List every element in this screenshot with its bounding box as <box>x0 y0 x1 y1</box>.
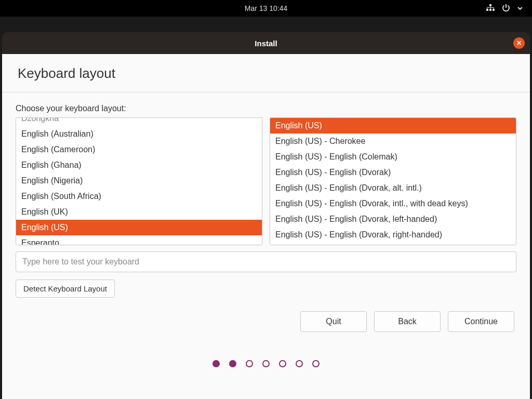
continue-button[interactable]: Continue <box>448 311 514 332</box>
window-title: Install <box>255 39 277 48</box>
list-item[interactable]: English (US) - English (Dvorak, right-ha… <box>270 227 516 243</box>
list-item[interactable]: Dzongkha <box>16 117 262 126</box>
layout-country-list[interactable]: DzongkhaEnglish (Australian)English (Cam… <box>16 117 262 245</box>
progress-dot <box>296 360 303 367</box>
svg-rect-6 <box>487 7 488 9</box>
svg-rect-8 <box>494 7 494 9</box>
close-icon: ✕ <box>516 39 522 47</box>
installer-content: Keyboard layout Choose your keyboard lay… <box>2 54 530 399</box>
network-icon[interactable] <box>486 4 495 14</box>
svg-rect-2 <box>489 9 491 11</box>
progress-dot <box>262 360 270 367</box>
quit-button[interactable]: Quit <box>300 311 367 332</box>
layout-lists: DzongkhaEnglish (Australian)English (Cam… <box>16 117 516 245</box>
list-item[interactable]: English (US) - Cherokee <box>270 134 516 149</box>
clock: Mar 13 10:44 <box>245 4 288 12</box>
power-icon[interactable] <box>502 4 510 14</box>
window-close-button[interactable]: ✕ <box>513 37 525 49</box>
system-status-icons[interactable] <box>486 4 523 14</box>
progress-dots <box>16 360 516 367</box>
list-item[interactable]: English (US) - English (Dvorak, alt. int… <box>270 180 516 196</box>
list-item[interactable]: English (US) - English (Dvorak) <box>270 165 516 180</box>
keyboard-test-input[interactable] <box>16 251 516 272</box>
progress-dot <box>279 360 286 367</box>
list-item[interactable]: English (US) - English (Dvorak, intl., w… <box>270 196 516 211</box>
nav-buttons: Quit Back Continue <box>16 311 516 332</box>
layout-variant-list[interactable]: English (US)English (US) - CherokeeEngli… <box>270 117 516 245</box>
desktop-gap <box>0 17 532 32</box>
back-button[interactable]: Back <box>374 311 441 332</box>
svg-rect-1 <box>486 9 488 11</box>
list-item[interactable]: English (US) <box>16 220 262 235</box>
list-item[interactable]: English (Australian) <box>16 126 262 142</box>
list-item[interactable]: English (US) - English (Macintosh) <box>270 243 516 245</box>
prompt-label: Choose your keyboard layout: <box>16 104 516 113</box>
list-item[interactable]: English (US) - English (Colemak) <box>270 149 516 165</box>
progress-dot <box>229 360 236 367</box>
list-item[interactable]: English (Cameroon) <box>16 142 262 157</box>
progress-dot <box>246 360 253 367</box>
list-item[interactable]: English (Nigeria) <box>16 173 262 189</box>
list-item[interactable]: Esperanto <box>16 235 262 245</box>
svg-rect-3 <box>493 9 495 11</box>
svg-rect-7 <box>490 7 491 9</box>
detect-layout-button[interactable]: Detect Keyboard Layout <box>16 280 115 298</box>
progress-dot <box>312 360 320 367</box>
list-item[interactable]: English (UK) <box>16 204 262 220</box>
svg-rect-0 <box>489 4 491 6</box>
system-top-bar: Mar 13 10:44 <box>0 0 532 17</box>
list-item[interactable]: English (South Africa) <box>16 189 262 204</box>
list-item[interactable]: English (US) - English (Dvorak, left-han… <box>270 211 516 227</box>
list-item[interactable]: English (Ghana) <box>16 157 262 173</box>
progress-dot <box>212 360 220 367</box>
window-titlebar: Install ✕ <box>2 32 530 54</box>
chevron-down-icon[interactable] <box>517 4 523 12</box>
list-item[interactable]: English (US) <box>270 118 516 134</box>
page-title: Keyboard layout <box>2 54 530 92</box>
